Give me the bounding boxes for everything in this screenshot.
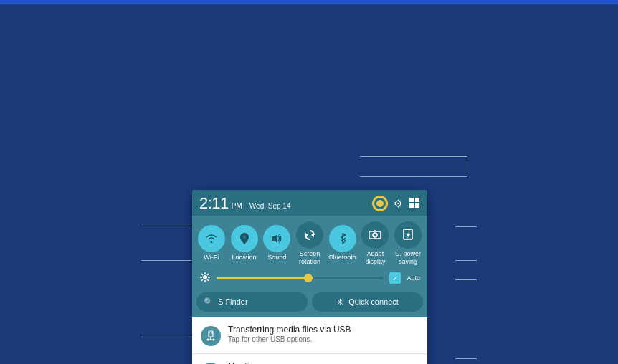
- svg-rect-2: [409, 203, 414, 208]
- bluetooth-icon: [329, 225, 356, 252]
- annotation-line-right-3: [455, 226, 477, 227]
- top-bar: [0, 0, 618, 4]
- quick-settings-row: Wi-Fi Location Sound: [192, 216, 427, 269]
- phone-panel: 2:11 PM Wed, Sep 14 ⚙: [192, 190, 427, 364]
- svg-line-22: [201, 279, 203, 281]
- usb-notif-content: Transferring media files via USB Tap for…: [228, 325, 419, 343]
- settings-icon[interactable]: ⚙: [394, 198, 403, 209]
- annotation-line-right-5: [455, 279, 477, 280]
- svg-point-10: [373, 233, 377, 237]
- brightness-slider[interactable]: [217, 277, 384, 279]
- brightness-symbol: [199, 272, 211, 285]
- wifi-label: Wi-Fi: [204, 254, 219, 262]
- ultra-power-label: U. powersaving: [395, 250, 421, 266]
- s-finder-button[interactable]: 🔍 S Finder: [196, 292, 308, 312]
- wifi-icon: [198, 225, 225, 252]
- sound-toggle[interactable]: Sound: [263, 225, 290, 262]
- annotation-line-right-4: [455, 260, 477, 261]
- ultra-power-toggle[interactable]: U. powersaving: [394, 221, 422, 266]
- svg-rect-3: [415, 203, 419, 208]
- auto-checkbox[interactable]: ✓: [389, 272, 401, 284]
- wifi-toggle[interactable]: Wi-Fi: [198, 225, 225, 262]
- adapt-display-label: Adaptdisplay: [365, 250, 385, 266]
- rotation-label: Screenrotation: [299, 250, 320, 266]
- quick-connect-asterisk: ✳: [336, 297, 344, 307]
- status-bar: 2:11 PM Wed, Sep 14 ⚙: [192, 190, 427, 216]
- annotation-line-right-6: [455, 358, 477, 359]
- location-icon: [231, 225, 258, 252]
- usb-notif-subtitle: Tap for other USB options.: [228, 335, 419, 343]
- sound-icon: [263, 225, 290, 252]
- annotation-line-left-3: [141, 335, 191, 335]
- search-row: 🔍 S Finder ✳ Quick connect: [192, 289, 427, 317]
- svg-rect-6: [272, 236, 274, 241]
- svg-rect-0: [409, 198, 414, 202]
- svg-point-4: [242, 236, 246, 239]
- time-display: 2:11: [199, 194, 229, 213]
- annotation-line-right-2: [360, 176, 467, 177]
- location-label: Location: [232, 254, 257, 262]
- annotation-line-left-2: [141, 260, 191, 261]
- status-icons: ⚙: [372, 196, 420, 211]
- slider-thumb: [304, 274, 313, 282]
- svg-rect-1: [415, 198, 419, 202]
- grid-icon[interactable]: [409, 197, 420, 211]
- finder-search-icon: 🔍: [204, 297, 214, 307]
- svg-marker-8: [305, 233, 308, 237]
- s-finder-label: S Finder: [218, 297, 248, 306]
- annotation-line-right-1: [360, 156, 467, 157]
- adapt-display-icon: [361, 221, 389, 249]
- bluetooth-toggle[interactable]: Bluetooth: [329, 225, 356, 262]
- annotation-vline-right-1: [467, 156, 467, 176]
- meeting-notif-content: Meeting 3:00 PM: [228, 361, 419, 364]
- quick-connect-label: Quick connect: [348, 297, 399, 306]
- bluetooth-label: Bluetooth: [329, 254, 356, 262]
- auto-label: Auto: [407, 274, 420, 282]
- svg-point-14: [203, 275, 207, 279]
- quick-connect-button[interactable]: ✳ Quick connect: [312, 292, 423, 312]
- slider-fill: [217, 277, 308, 279]
- usb-notif-icon: [201, 326, 221, 346]
- meeting-notif-title: Meeting: [228, 361, 419, 364]
- ultra-power-icon: [394, 221, 422, 249]
- rotation-icon: [296, 221, 323, 249]
- meeting-notification[interactable]: Meeting 3:00 PM: [192, 354, 427, 364]
- brightness-row: ✓ Auto: [192, 269, 427, 289]
- brightness-button[interactable]: [372, 196, 388, 211]
- annotation-line-left-1: [141, 224, 191, 224]
- sound-label: Sound: [267, 254, 286, 262]
- notifications-area: Transferring media files via USB Tap for…: [192, 317, 427, 364]
- svg-rect-13: [406, 229, 410, 230]
- ampm-display: PM: [232, 202, 242, 210]
- adapt-display-toggle[interactable]: Adaptdisplay: [361, 221, 389, 266]
- svg-line-20: [207, 279, 209, 281]
- date-display: Wed, Sep 14: [249, 202, 291, 210]
- time-block: 2:11 PM Wed, Sep 14: [199, 194, 290, 213]
- rotation-toggle[interactable]: Screenrotation: [296, 221, 323, 266]
- svg-marker-7: [311, 233, 314, 237]
- usb-notif-title: Transferring media files via USB: [228, 325, 419, 335]
- location-toggle[interactable]: Location: [231, 225, 258, 262]
- svg-line-21: [207, 274, 209, 275]
- usb-notification[interactable]: Transferring media files via USB Tap for…: [192, 317, 427, 354]
- svg-line-19: [201, 274, 203, 275]
- svg-marker-5: [274, 235, 277, 242]
